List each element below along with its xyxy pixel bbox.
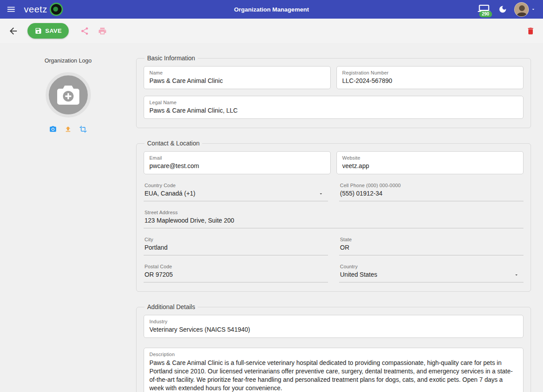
registration-number-field[interactable]: Registration Number LLC-2024-567890 — [336, 66, 523, 89]
postal-code-field[interactable]: Postal Code OR 97205 — [144, 262, 328, 282]
street-address-value: 123 Maplewood Drive, Suite 200 — [145, 217, 523, 224]
printer-icon — [98, 27, 107, 35]
section-additional-legend: Additional Details — [145, 303, 198, 310]
website-field[interactable]: Website veetz.app — [336, 151, 523, 174]
description-value: Paws & Care Animal Clinic is a full-serv… — [149, 359, 518, 392]
postal-code-label: Postal Code — [145, 264, 327, 269]
industry-field[interactable]: Industry Veterinary Services (NAICS 5419… — [144, 315, 523, 338]
form-panel: Basic Information Name Paws & Care Anima… — [136, 55, 543, 392]
delete-button[interactable] — [526, 27, 535, 35]
legal-name-label: Legal Name — [149, 100, 518, 105]
take-photo-button[interactable] — [49, 125, 57, 133]
avatar — [514, 2, 529, 17]
trash-icon — [526, 27, 535, 35]
share-button[interactable] — [80, 27, 89, 35]
device-count-badge: 290 — [479, 11, 492, 17]
chevron-down-icon — [531, 7, 536, 12]
section-basic-legend: Basic Information — [145, 55, 198, 62]
main-content: Organization Logo — [0, 43, 543, 392]
brand-name: veetz — [24, 4, 47, 15]
website-label: Website — [342, 155, 518, 161]
email-value: pwcare@test.com — [149, 162, 325, 169]
description-field[interactable]: Description Paws & Care Animal Clinic is… — [144, 348, 523, 392]
crop-icon — [79, 125, 87, 133]
industry-value: Veterinary Services (NAICS 541940) — [149, 326, 518, 333]
arrow-left-icon — [8, 26, 19, 36]
moon-icon — [498, 5, 507, 14]
brand[interactable]: veetz — [24, 3, 63, 16]
country-dropdown-arrow[interactable] — [514, 272, 519, 278]
name-value: Paws & Care Animal Clinic — [149, 77, 325, 84]
page-title: Organization Management — [234, 6, 309, 13]
add-photo-icon — [57, 85, 80, 105]
email-label: Email — [149, 155, 325, 161]
cell-phone-value: (555) 01912-34 — [340, 190, 523, 197]
app-header: veetz Organization Management 290 — [0, 0, 543, 19]
upload-logo-button[interactable] — [64, 125, 72, 133]
city-value: Portland — [145, 244, 327, 251]
section-contact-location: Contact & Location Email pwcare@test.com… — [136, 140, 531, 292]
action-toolbar: SAVE — [0, 19, 543, 43]
logo-panel: Organization Logo — [0, 55, 136, 392]
state-field[interactable]: State OR — [339, 235, 523, 255]
description-label: Description — [149, 352, 518, 357]
save-button[interactable]: SAVE — [27, 23, 69, 39]
country-label: Country — [340, 264, 523, 269]
email-field[interactable]: Email pwcare@test.com — [144, 151, 331, 174]
crop-logo-button[interactable] — [79, 125, 87, 133]
section-additional-details: Additional Details Industry Veterinary S… — [136, 303, 531, 392]
registration-number-value: LLC-2024-567890 — [342, 77, 518, 84]
website-value: veetz.app — [342, 162, 518, 169]
cell-phone-field[interactable]: Cell Phone (000) 000-0000 (555) 01912-34 — [339, 181, 523, 201]
state-label: State — [340, 237, 523, 242]
registration-number-label: Registration Number — [342, 70, 518, 75]
save-button-label: SAVE — [45, 27, 62, 34]
country-select[interactable]: Country United States — [339, 262, 523, 282]
legal-name-value: Paws & Care Animal Clinic, LLC — [149, 107, 518, 114]
logo-upload-dropzone[interactable] — [46, 72, 91, 118]
state-value: OR — [340, 244, 523, 251]
save-icon — [35, 27, 42, 35]
devices-button[interactable]: 290 — [478, 4, 491, 15]
section-contact-legend: Contact & Location — [145, 140, 202, 147]
brand-logo-icon — [50, 3, 63, 16]
country-value: United States — [340, 271, 523, 278]
logo-panel-title: Organization Logo — [44, 57, 91, 64]
country-code-value: EUA, Canadá (+1) — [145, 190, 327, 197]
upload-icon — [64, 125, 72, 133]
section-basic-information: Basic Information Name Paws & Care Anima… — [136, 55, 531, 128]
dark-mode-toggle[interactable] — [498, 5, 507, 14]
name-label: Name — [149, 70, 325, 75]
share-icon — [80, 27, 89, 35]
country-code-label: Country Code — [145, 183, 327, 188]
country-code-dropdown-arrow[interactable] — [318, 191, 324, 196]
city-field[interactable]: City Portland — [144, 235, 328, 255]
country-code-select[interactable]: Country Code EUA, Canadá (+1) — [144, 181, 328, 201]
city-label: City — [145, 237, 327, 242]
menu-icon[interactable] — [6, 4, 16, 14]
print-button[interactable] — [98, 27, 107, 35]
street-address-label: Street Address — [145, 210, 523, 215]
cell-phone-label: Cell Phone (000) 000-0000 — [340, 183, 523, 188]
logo-actions — [49, 125, 87, 133]
back-button[interactable] — [8, 26, 19, 36]
user-menu[interactable] — [514, 2, 536, 17]
street-address-field[interactable]: Street Address 123 Maplewood Drive, Suit… — [144, 208, 523, 228]
camera-icon — [49, 125, 57, 133]
name-field[interactable]: Name Paws & Care Animal Clinic — [144, 66, 331, 89]
postal-code-value: OR 97205 — [145, 271, 327, 278]
industry-label: Industry — [149, 319, 518, 324]
legal-name-field[interactable]: Legal Name Paws & Care Animal Clinic, LL… — [144, 96, 523, 119]
